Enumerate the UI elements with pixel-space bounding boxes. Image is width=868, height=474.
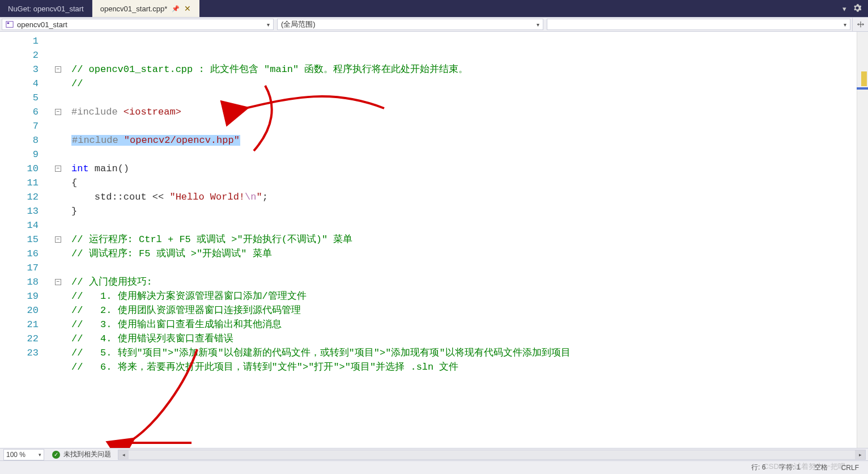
- svg-rect-0: [6, 22, 13, 28]
- code-text[interactable]: //: [69, 77, 83, 91]
- tab-nuget[interactable]: NuGet: opencv01_start: [0, 0, 92, 17]
- window-dropdown-icon[interactable]: ▾: [843, 5, 846, 13]
- code-line[interactable]: −// 运行程序: Ctrl + F5 或调试 >"开始执行(不调试)" 菜单: [50, 232, 857, 247]
- caret-marker: [857, 87, 868, 90]
- check-icon: ✓: [52, 451, 60, 459]
- issues-label: 未找到相关问题: [63, 450, 111, 459]
- fold-gutter[interactable]: −: [50, 66, 66, 73]
- line-number: 18: [0, 275, 39, 289]
- scope-project-combo[interactable]: opencv01_start ▾: [2, 19, 274, 30]
- code-line[interactable]: // 2. 使用团队资源管理器窗口连接到源代码管理: [50, 303, 857, 318]
- fold-toggle-icon[interactable]: −: [55, 66, 61, 73]
- status-line[interactable]: 行: 6: [751, 463, 765, 472]
- code-text[interactable]: // 入门使用技巧:: [69, 275, 158, 289]
- line-number-gutter: 1234567891011121314151617181920212223: [0, 32, 50, 448]
- code-line[interactable]: [50, 147, 857, 162]
- zoom-combo[interactable]: 100 % ▾: [3, 449, 44, 460]
- fold-gutter[interactable]: −: [50, 236, 66, 243]
- line-number: 11: [0, 176, 39, 190]
- fold-toggle-icon[interactable]: −: [55, 109, 61, 115]
- fold-toggle-icon[interactable]: −: [55, 236, 61, 243]
- scope-global-combo[interactable]: (全局范围) ▾: [277, 19, 543, 30]
- svg-rect-1: [7, 23, 10, 24]
- code-text[interactable]: // 6. 将来，若要再次打开此项目，请转到"文件">"打开">"项目"并选择 …: [69, 360, 458, 374]
- zoom-value: 100 %: [6, 451, 25, 459]
- code-line[interactable]: [50, 119, 857, 133]
- code-line[interactable]: {: [50, 176, 857, 190]
- tab-bar: NuGet: opencv01_start opencv01_start.cpp…: [0, 0, 868, 17]
- code-text[interactable]: // 1. 使用解决方案资源管理器窗口添加/管理文件: [69, 289, 307, 303]
- code-text-area[interactable]: −// opencv01_start.cpp : 此文件包含 "main" 函数…: [50, 32, 857, 448]
- status-eol[interactable]: CRLF: [841, 464, 859, 472]
- code-text[interactable]: // 2. 使用团队资源管理器窗口连接到源代码管理: [69, 303, 301, 318]
- fold-gutter[interactable]: −: [50, 166, 66, 172]
- code-line[interactable]: }: [50, 204, 857, 218]
- code-text[interactable]: // 调试程序: F5 或调试 >"开始调试" 菜单: [69, 247, 272, 261]
- line-number: 23: [0, 346, 39, 360]
- code-text[interactable]: // 5. 转到"项目">"添加新项"以创建新的代码文件，或转到"项目">"添加…: [69, 346, 571, 360]
- code-text[interactable]: // 4. 使用错误列表窗口查看错误: [69, 332, 233, 346]
- code-text[interactable]: int main(): [69, 162, 129, 176]
- project-icon: [6, 20, 14, 28]
- gear-icon[interactable]: [853, 4, 861, 14]
- line-number: 4: [0, 77, 39, 91]
- code-line[interactable]: [50, 261, 857, 275]
- navigation-bar: opencv01_start ▾ (全局范围) ▾ ▾: [0, 17, 868, 32]
- tab-active-file[interactable]: opencv01_start.cpp* 📌 ✕: [92, 0, 200, 17]
- scope-project-label: opencv01_start: [17, 20, 67, 29]
- scroll-right-button[interactable]: ▸: [855, 450, 865, 459]
- line-number: 13: [0, 204, 39, 218]
- line-number: 10: [0, 162, 39, 176]
- code-text[interactable]: // opencv01_start.cpp : 此文件包含 "main" 函数。…: [69, 62, 468, 77]
- code-line[interactable]: // 调试程序: F5 或调试 >"开始调试" 菜单: [50, 247, 857, 261]
- code-line[interactable]: [50, 91, 857, 105]
- code-line[interactable]: −// 入门使用技巧:: [50, 275, 857, 289]
- code-editor[interactable]: 1234567891011121314151617181920212223 −/…: [0, 32, 868, 448]
- code-line[interactable]: [50, 374, 857, 388]
- code-line[interactable]: −int main(): [50, 162, 857, 176]
- close-icon[interactable]: ✕: [184, 4, 191, 13]
- horizontal-scrollbar[interactable]: ◂ ▸: [118, 450, 866, 460]
- line-number: 1: [0, 34, 39, 48]
- code-line[interactable]: #include "opencv2/opencv.hpp": [50, 133, 857, 147]
- code-line[interactable]: −// opencv01_start.cpp : 此文件包含 "main" 函数…: [50, 62, 857, 77]
- code-line[interactable]: // 6. 将来，若要再次打开此项目，请转到"文件">"打开">"项目"并选择 …: [50, 360, 857, 374]
- scope-member-combo[interactable]: ▾: [547, 19, 850, 30]
- code-line[interactable]: // 1. 使用解决方案资源管理器窗口添加/管理文件: [50, 289, 857, 303]
- code-line[interactable]: [50, 218, 857, 232]
- fold-toggle-icon[interactable]: −: [55, 166, 61, 172]
- code-line[interactable]: // 5. 转到"项目">"添加新项"以创建新的代码文件，或转到"项目">"添加…: [50, 346, 857, 360]
- code-line[interactable]: // 3. 使用输出窗口查看生成输出和其他消息: [50, 318, 857, 332]
- code-text[interactable]: #include <iostream>: [69, 105, 181, 119]
- status-indent[interactable]: 空格: [814, 463, 828, 472]
- line-number: 8: [0, 133, 39, 147]
- status-column[interactable]: 字符: 1: [779, 463, 800, 472]
- change-marker: [861, 71, 867, 86]
- vertical-scrollbar[interactable]: [857, 32, 868, 448]
- code-text[interactable]: #include "opencv2/opencv.hpp": [69, 133, 240, 147]
- code-text[interactable]: // 运行程序: Ctrl + F5 或调试 >"开始执行(不调试)" 菜单: [69, 232, 352, 247]
- chevron-down-icon: ▾: [39, 452, 41, 458]
- line-number: 14: [0, 218, 39, 232]
- fold-toggle-icon[interactable]: −: [55, 279, 61, 285]
- tab-label: NuGet: opencv01_start: [8, 5, 84, 13]
- status-bar: 行: 6 字符: 1 空格 CRLF: [0, 460, 868, 474]
- fold-gutter[interactable]: −: [50, 279, 66, 285]
- code-text[interactable]: {: [69, 176, 77, 190]
- line-number: 22: [0, 332, 39, 346]
- tab-label: opencv01_start.cpp*: [100, 5, 168, 13]
- code-text[interactable]: std::cout << "Hello World!\n";: [69, 190, 268, 204]
- issues-indicator[interactable]: ✓ 未找到相关问题: [48, 450, 116, 459]
- line-number: 9: [0, 147, 39, 162]
- code-line[interactable]: −#include <iostream>: [50, 105, 857, 119]
- fold-gutter[interactable]: −: [50, 109, 66, 115]
- code-text[interactable]: // 3. 使用输出窗口查看生成输出和其他消息: [69, 318, 282, 332]
- pin-icon[interactable]: 📌: [172, 5, 180, 12]
- code-line[interactable]: std::cout << "Hello World!\n";: [50, 190, 857, 204]
- scroll-left-button[interactable]: ◂: [118, 450, 129, 459]
- line-number: 2: [0, 48, 39, 62]
- code-line[interactable]: // 4. 使用错误列表窗口查看错误: [50, 332, 857, 346]
- split-editor-button[interactable]: [852, 18, 868, 31]
- code-line[interactable]: //: [50, 77, 857, 91]
- code-text[interactable]: }: [69, 204, 77, 218]
